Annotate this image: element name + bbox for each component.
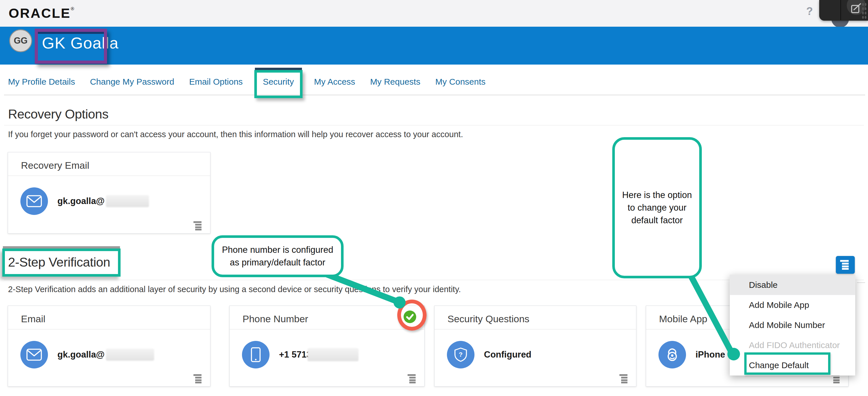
- card-actions-icon[interactable]: [619, 374, 629, 384]
- tab-security-wrap: Security: [263, 77, 294, 87]
- tab-change-my-password[interactable]: Change My Password: [90, 77, 174, 87]
- card-actions-icon[interactable]: [193, 374, 203, 384]
- menu-item-add-mobile-number[interactable]: Add Mobile Number: [730, 315, 855, 335]
- authenticator-lock-icon: [665, 347, 679, 362]
- tabs-divider: [4, 95, 865, 95]
- mobile-app-value: iPhone: [695, 341, 725, 368]
- factor-card-email: Email gk.goalla@: [8, 306, 210, 387]
- card-header: Recovery Email: [8, 153, 210, 176]
- phone-factor-badge: [242, 341, 270, 368]
- card-actions-icon[interactable]: [408, 374, 417, 384]
- mobile-app-badge: [658, 341, 686, 368]
- card-header: Phone Number: [229, 306, 424, 329]
- tab-my-consents[interactable]: My Consents: [435, 77, 485, 87]
- profile-tabs: My Profile Details Change My Password Em…: [8, 77, 486, 87]
- security-page: ORACLE® ? GG GK Goalla My Profile Detail…: [0, 0, 868, 396]
- callout-text: default factor: [631, 214, 683, 227]
- svg-text:?: ?: [459, 351, 462, 358]
- recovery-email-value: gk.goalla@: [57, 187, 149, 215]
- drag-handle-dots[interactable]: [862, 2, 867, 19]
- oracle-logo-text: ORACLE: [9, 5, 71, 21]
- annotation-purple-box: [35, 29, 107, 64]
- phone-factor-value: +1 5713: [279, 341, 359, 368]
- envelope-icon: [26, 349, 42, 361]
- edit-icon: [849, 2, 863, 15]
- tab-my-access[interactable]: My Access: [314, 77, 355, 87]
- callout-text: Phone number is configured: [222, 243, 333, 256]
- annotation-tail-dot-default: [727, 348, 740, 360]
- annotation-teal-box-change-default: [744, 352, 830, 375]
- two-step-description: 2-Step Verification adds an additional l…: [8, 285, 461, 294]
- security-questions-value: Configured: [484, 341, 531, 368]
- callout-text: to change your: [627, 201, 686, 214]
- card-title: Email: [21, 314, 45, 325]
- annotation-callout-default: Here is the option to change your defaul…: [612, 137, 702, 278]
- email-factor-badge: [20, 187, 48, 215]
- tab-my-profile-details[interactable]: My Profile Details: [8, 77, 75, 87]
- card-title: Mobile App: [659, 314, 707, 325]
- profile-banner: GG GK Goalla: [0, 27, 868, 65]
- avatar-initials: GG: [14, 36, 28, 46]
- help-icon[interactable]: ?: [806, 5, 813, 18]
- redacted-text: [106, 349, 154, 361]
- app-topbar: ORACLE® ?: [0, 0, 868, 27]
- tab-my-requests[interactable]: My Requests: [370, 77, 420, 87]
- recovery-options-title: Recovery Options: [8, 107, 108, 122]
- redacted-text: [307, 348, 359, 361]
- card-title: Recovery Email: [21, 160, 89, 171]
- email-factor-badge: [20, 341, 48, 368]
- callout-text: as primary/default factor: [230, 256, 326, 269]
- envelope-icon: [26, 195, 42, 207]
- annotation-callout-phone: Phone number is configured as primary/de…: [212, 235, 344, 277]
- redacted-text: [106, 195, 149, 207]
- factor-card-security-questions: Security Questions ? Configured: [434, 306, 637, 387]
- annotation-tail-dot-phone: [394, 296, 406, 308]
- mobile-app-menu-button[interactable]: [836, 256, 855, 274]
- callout-text: Here is the option: [622, 189, 692, 201]
- annotation-teal-box-two-step: [2, 249, 121, 276]
- email-factor-value: gk.goalla@: [57, 341, 154, 368]
- annotation-teal-box-security: [254, 70, 303, 98]
- tab-email-options[interactable]: Email Options: [189, 77, 243, 87]
- recovery-description: If you forget your password or can't acc…: [8, 130, 463, 139]
- card-title: Phone Number: [243, 314, 308, 325]
- card-actions-icon[interactable]: [193, 221, 203, 230]
- registered-mark: ®: [71, 6, 75, 11]
- menu-item-add-mobile-app[interactable]: Add Mobile App: [730, 295, 855, 315]
- menu-item-disable[interactable]: Disable: [730, 275, 855, 295]
- menu-bars-icon: [840, 260, 851, 270]
- card-header: Security Questions: [435, 306, 636, 329]
- card-edge-fragment: [857, 283, 865, 283]
- recovery-email-card: Recovery Email gk.goalla@: [8, 152, 210, 234]
- avatar: GG: [9, 29, 32, 52]
- screenshot-markup-toolbar: [819, 0, 868, 21]
- card-header: Email: [8, 306, 210, 329]
- toolbar-divider: [840, 0, 841, 20]
- oracle-logo: ORACLE®: [9, 5, 75, 21]
- shield-question-icon: ?: [454, 347, 468, 362]
- security-questions-badge: ?: [447, 341, 474, 368]
- card-title: Security Questions: [447, 314, 529, 325]
- factor-card-phone: Phone Number +1 5713: [229, 306, 425, 387]
- phone-icon: [251, 347, 260, 362]
